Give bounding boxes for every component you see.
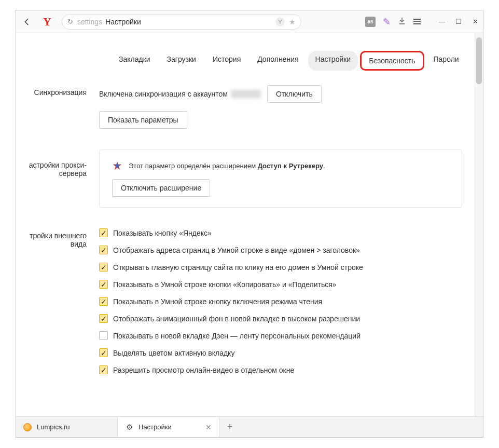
section-appearance-body: ✓Показывать кнопку «Яндекс»✓Отображать а…: [99, 228, 483, 374]
checkmark-icon: ✓: [101, 229, 107, 237]
section-proxy-label: астройки прокси-сервера: [16, 150, 99, 208]
checkmark-icon: ✓: [101, 281, 107, 288]
tab-extensions[interactable]: Дополнения: [250, 51, 306, 71]
sync-show-params-button[interactable]: Показать параметры: [99, 111, 187, 129]
new-tab-button[interactable]: +: [219, 417, 240, 437]
appearance-option-label: Показывать в новой вкладке Дзен — ленту …: [113, 332, 361, 340]
section-sync-body: Включена синхронизация с аккаунтом Отклю…: [99, 85, 483, 129]
checkbox-icon[interactable]: ✓: [99, 263, 108, 271]
tab-downloads[interactable]: Загрузки: [160, 51, 203, 71]
checkbox-icon[interactable]: [99, 331, 108, 340]
proxy-notice-prefix: Этот параметр определён расширением: [129, 162, 258, 170]
gear-icon: ⚙: [125, 423, 133, 431]
appearance-option[interactable]: ✓Разрешить просмотр онлайн-видео в отдел…: [99, 365, 462, 374]
appearance-option[interactable]: ✓Отображать анимационный фон в новой вкл…: [99, 314, 462, 323]
tab-settings[interactable]: Настройки: [308, 51, 358, 71]
titlebar-left: Y: [20, 15, 54, 29]
favicon-icon: [23, 423, 32, 431]
browser-window: Y ↻ settings Настройки Y ★ as ✎ — ☐ ✕: [16, 10, 483, 438]
tab-security[interactable]: Безопасность: [360, 51, 424, 71]
appearance-option-label: Показывать в Умной строке кнопки «Копиро…: [113, 280, 337, 289]
checkbox-icon[interactable]: ✓: [99, 348, 108, 357]
protect-icon[interactable]: Y: [275, 17, 285, 26]
checkbox-icon[interactable]: ✓: [99, 314, 108, 323]
checkbox-icon[interactable]: ✓: [99, 297, 108, 306]
checkbox-icon[interactable]: ✓: [99, 280, 108, 289]
checkbox-icon[interactable]: ✓: [99, 246, 108, 254]
checkmark-icon: ✓: [101, 349, 107, 357]
vertical-scrollbar[interactable]: [475, 33, 483, 416]
url-display: settings Настройки: [77, 18, 271, 26]
scroll-inner: ЗакладкиЗагрузкиИсторияДополненияНастрой…: [16, 33, 483, 416]
scrollbar-thumb[interactable]: [476, 37, 482, 84]
menu-icon[interactable]: [413, 19, 421, 24]
maximize-button[interactable]: ☐: [455, 18, 462, 25]
proxy-notice-box: Этот параметр определён расширением Дост…: [99, 150, 462, 208]
tabstrip: Lumpics.ru⚙Настройки✕+: [16, 416, 483, 437]
browser-tab[interactable]: Lumpics.ru: [16, 417, 118, 437]
checkbox-icon[interactable]: ✓: [99, 228, 108, 237]
proxy-disable-extension-button[interactable]: Отключить расширение: [112, 179, 210, 197]
appearance-checkbox-list: ✓Показывать кнопку «Яндекс»✓Отображать а…: [99, 228, 462, 374]
extension-star-icon: [112, 160, 122, 171]
checkmark-icon: ✓: [101, 298, 107, 305]
section-proxy: астройки прокси-сервера Этот параметр оп…: [16, 150, 483, 208]
section-sync-label: Синхронизация: [16, 85, 99, 129]
tab-close-icon[interactable]: ✕: [205, 423, 212, 431]
appearance-option[interactable]: ✓Выделять цветом активную вкладку: [99, 348, 462, 357]
appearance-option-label: Показывать в Умной строке кнопку включен…: [113, 297, 322, 306]
yandex-logo[interactable]: Y: [43, 15, 51, 29]
sync-status-text: Включена синхронизация с аккаунтом: [99, 90, 261, 98]
appearance-option-label: Показывать кнопку «Яндекс»: [113, 229, 212, 237]
omnibox[interactable]: ↻ settings Настройки Y ★: [62, 14, 301, 30]
tab-bookmarks[interactable]: Закладки: [112, 51, 158, 71]
section-appearance: тройки внешнего вида ✓Показывать кнопку …: [16, 228, 483, 374]
url-title: Настройки: [105, 18, 141, 26]
settings-nav-tabs: ЗакладкиЗагрузкиИсторияДополненияНастрой…: [112, 33, 483, 85]
sync-disable-button[interactable]: Отключить: [267, 85, 322, 103]
appearance-option-label: Отображать анимационный фон в новой вкла…: [113, 315, 360, 323]
checkmark-icon: ✓: [101, 247, 107, 254]
browser-tab-label: Настройки: [138, 423, 172, 431]
minimize-button[interactable]: —: [438, 18, 446, 25]
window-controls: — ☐ ✕: [438, 18, 479, 25]
sync-status-row: Включена синхронизация с аккаунтом Отклю…: [99, 85, 462, 103]
titlebar-right: as ✎ — ☐ ✕: [365, 16, 479, 28]
back-button[interactable]: [20, 15, 34, 29]
appearance-option[interactable]: ✓Открывать главную страницу сайта по кли…: [99, 263, 462, 271]
checkmark-icon: ✓: [101, 366, 107, 374]
section-sync: Синхронизация Включена синхронизация с а…: [16, 85, 483, 129]
appearance-option-label: Отображать адреса страниц в Умной строке…: [113, 246, 360, 254]
content-area: ЗакладкиЗагрузкиИсторияДополненияНастрой…: [16, 33, 483, 416]
appearance-option-label: Открывать главную страницу сайта по клик…: [113, 263, 363, 271]
sync-account-blurred: [231, 90, 261, 98]
scroll-pane: ЗакладкиЗагрузкиИсторияДополненияНастрой…: [16, 33, 483, 416]
proxy-notice-row: Этот параметр определён расширением Дост…: [112, 160, 449, 171]
feather-icon[interactable]: ✎: [383, 16, 391, 28]
proxy-notice-extension-name: Доступ к Рутрекеру: [258, 162, 323, 170]
close-button[interactable]: ✕: [472, 18, 479, 25]
appearance-option[interactable]: ✓Показывать в Умной строке кнопки «Копир…: [99, 280, 462, 289]
proxy-notice-text: Этот параметр определён расширением Дост…: [129, 162, 325, 170]
checkmark-icon: ✓: [101, 264, 107, 271]
appearance-option[interactable]: ✓Отображать адреса страниц в Умной строк…: [99, 246, 462, 254]
downloads-icon[interactable]: [398, 17, 406, 27]
tab-history[interactable]: История: [205, 51, 248, 71]
url-prefix: settings: [77, 18, 102, 26]
reload-icon[interactable]: ↻: [67, 18, 73, 25]
appearance-option-label: Разрешить просмотр онлайн-видео в отдель…: [113, 366, 294, 374]
extension-lastfm-icon[interactable]: as: [365, 17, 376, 27]
appearance-option-label: Выделять цветом активную вкладку: [113, 349, 234, 357]
appearance-option[interactable]: ✓Показывать в Умной строке кнопку включе…: [99, 297, 462, 306]
browser-tab[interactable]: ⚙Настройки✕: [118, 417, 219, 437]
appearance-option[interactable]: Показывать в новой вкладке Дзен — ленту …: [99, 331, 462, 340]
titlebar: Y ↻ settings Настройки Y ★ as ✎ — ☐ ✕: [16, 10, 483, 33]
section-appearance-label: тройки внешнего вида: [16, 228, 99, 374]
checkmark-icon: ✓: [101, 315, 107, 322]
browser-tab-label: Lumpics.ru: [37, 423, 70, 431]
checkbox-icon[interactable]: ✓: [99, 365, 108, 374]
sync-status-label: Включена синхронизация с аккаунтом: [99, 90, 228, 98]
tab-passwords[interactable]: Пароли: [426, 51, 466, 71]
bookmark-star-icon[interactable]: ★: [289, 18, 296, 26]
appearance-option[interactable]: ✓Показывать кнопку «Яндекс»: [99, 228, 462, 237]
